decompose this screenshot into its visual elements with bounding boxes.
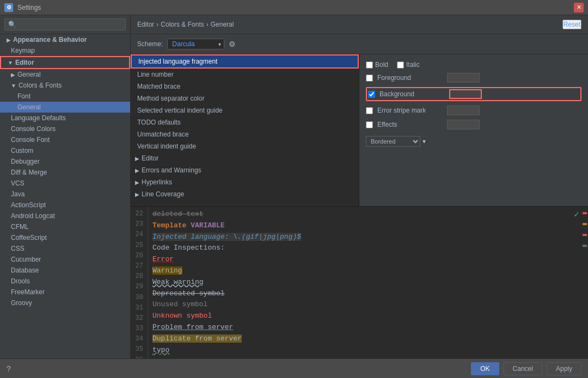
effects-type-select[interactable]: Bordered Underline Wave Strikeout — [366, 136, 420, 147]
line-num-35: 35 — [135, 344, 143, 355]
list-section-editor-section[interactable]: ▶Editor — [131, 152, 359, 164]
search-input[interactable] — [4, 18, 126, 30]
editor-scrollbar[interactable] — [581, 207, 588, 358]
sidebar-item-groovy[interactable]: Groovy — [0, 298, 130, 308]
sidebar-item-css[interactable]: CSS — [0, 243, 130, 254]
sidebar-label-language-defaults: Language Defaults — [11, 114, 66, 122]
scheme-gear-icon[interactable]: ⚙ — [229, 40, 236, 48]
sidebar-item-cfml[interactable]: CFML — [0, 221, 130, 232]
sidebar-item-java[interactable]: Java — [0, 189, 130, 200]
italic-checkbox[interactable] — [397, 61, 404, 69]
sidebar-item-vcs[interactable]: VCS — [0, 178, 130, 189]
sidebar-label-java: Java — [11, 190, 24, 198]
line-num-31: 31 — [135, 303, 143, 313]
line-num-23: 23 — [135, 219, 143, 230]
sidebar-item-freemarker[interactable]: FreeMarker — [0, 287, 130, 298]
line-num-22: 22 — [135, 209, 143, 219]
list-item-unmatched-brace[interactable]: Unmatched brace — [131, 128, 359, 140]
list-panel: Injected language fragmentLine numberMat… — [131, 54, 359, 206]
section-arrow-line-coverage-section: ▶ — [135, 191, 139, 197]
list-item-matched-brace[interactable]: Matched brace — [131, 80, 359, 92]
line-num-30: 30 — [135, 293, 143, 303]
sidebar-item-language-defaults[interactable]: Language Defaults — [0, 113, 130, 123]
close-button[interactable]: ✕ — [574, 3, 584, 13]
line-content-32: Unknown symbol — [152, 311, 577, 322]
sidebar-item-general[interactable]: ▶General — [0, 69, 130, 80]
sidebar-item-appearance[interactable]: ▶Appearance & Behavior — [0, 34, 130, 45]
scheme-label: Scheme: — [137, 40, 163, 48]
sidebar-item-general2[interactable]: General — [0, 102, 130, 113]
sidebar-label-console-colors: Console Colors — [11, 125, 56, 133]
sidebar-label-actionscript: ActionScript — [11, 201, 46, 209]
bold-checkbox[interactable] — [366, 61, 373, 69]
sidebar-label-vcs: VCS — [11, 179, 24, 187]
reset-button[interactable]: Reset — [562, 20, 581, 29]
list-section-hyperlinks-section[interactable]: ▶Hyperlinks — [131, 176, 359, 188]
sidebar-item-android-logcat[interactable]: Android Logcat — [0, 210, 130, 221]
sidebar-item-actionscript[interactable]: ActionScript — [0, 200, 130, 210]
line-content-34: Duplicate from server — [152, 333, 577, 345]
error-stripe-checkbox[interactable] — [366, 107, 373, 114]
sidebar-item-console-colors[interactable]: Console Colors — [0, 123, 130, 134]
line-num-36: 36 — [135, 355, 143, 358]
scroll-marker-warning — [583, 223, 587, 225]
deprecated-text: Deprecated symbol — [152, 289, 225, 298]
list-item-method-separator[interactable]: Method separator color — [131, 92, 359, 104]
sidebar-label-appearance: Appearance & Behavior — [13, 36, 87, 44]
list-item-vertical-indent[interactable]: Vertical indent guide — [131, 140, 359, 152]
sidebar-label-cfml: CFML — [11, 223, 29, 231]
list-item-injected[interactable]: Injected language fragment — [131, 54, 359, 69]
error-stripe-label: Error stripe mark — [377, 107, 443, 114]
breadcrumb-sep2: › — [206, 21, 209, 28]
sidebar-item-keymap[interactable]: Keymap — [0, 45, 130, 56]
line-content-28: Warning — [152, 265, 577, 277]
duplicate-text: Duplicate from server — [152, 334, 242, 343]
background-checkbox[interactable] — [368, 91, 375, 98]
sidebar-item-diff-merge[interactable]: Diff & Merge — [0, 167, 130, 178]
error-stripe-row: Error stripe mark — [366, 106, 581, 115]
sidebar-item-debugger[interactable]: Debugger — [0, 156, 130, 167]
arrow-icon-colors-fonts: ▼ — [11, 83, 16, 89]
sidebar-item-drools[interactable]: Drools — [0, 276, 130, 287]
weak-warning-text: Weak warning — [152, 278, 204, 286]
apply-button[interactable]: Apply — [547, 362, 581, 375]
sidebar-item-console-font[interactable]: Console Font — [0, 134, 130, 145]
foreground-color-box[interactable] — [447, 73, 480, 83]
middle-area: Injected language fragmentLine numberMat… — [131, 54, 588, 206]
line-content-31: Unused symbol — [152, 299, 577, 311]
effects-checkbox[interactable] — [366, 121, 373, 128]
content-area: Editor › Colors & Fonts › General Reset … — [131, 15, 588, 358]
sidebar-item-font[interactable]: Font — [0, 91, 130, 102]
template-var: VARIABLE — [191, 221, 224, 230]
checkmark-icon: ✓ — [574, 209, 579, 220]
sidebar-item-cucumber[interactable]: Cucumber — [0, 254, 130, 265]
ok-button[interactable]: OK — [471, 362, 499, 375]
scheme-select[interactable]: Darcula Default High contrast — [167, 39, 224, 49]
list-item-todo[interactable]: TODO defaults — [131, 116, 359, 128]
sidebar-label-console-font: Console Font — [11, 136, 50, 144]
arrow-icon-editor: ▼ — [8, 60, 13, 66]
line-num-34: 34 — [135, 334, 143, 344]
list-section-errors-section[interactable]: ▶Errors and Warnings — [131, 164, 359, 176]
sidebar-item-colors-fonts[interactable]: ▼Colors & Fonts — [0, 80, 130, 91]
sidebar-label-editor: Editor — [15, 59, 34, 66]
sidebar-item-database[interactable]: Database — [0, 265, 130, 276]
sidebar-label-groovy: Groovy — [11, 299, 32, 307]
cancel-button[interactable]: Cancel — [504, 362, 542, 375]
list-item-line-number[interactable]: Line number — [131, 69, 359, 80]
arrow-icon-general: ▶ — [11, 72, 15, 78]
list-section-line-coverage-section[interactable]: ▶Line Coverage — [131, 188, 359, 200]
foreground-checkbox[interactable] — [366, 75, 373, 82]
sidebar-item-coffeescript[interactable]: CoffeeScript — [0, 232, 130, 243]
background-color-box[interactable] — [449, 89, 482, 99]
foreground-label: Foreground — [377, 74, 443, 82]
sidebar-item-custom[interactable]: Custom — [0, 145, 130, 156]
sidebar-item-editor[interactable]: ▼Editor — [0, 56, 130, 69]
error-stripe-color-box[interactable] — [447, 106, 480, 115]
effects-color-box[interactable] — [447, 120, 480, 129]
list-item-selected-indent[interactable]: Selected vertical indent guide — [131, 104, 359, 116]
section-label-errors-section: Errors and Warnings — [142, 166, 201, 174]
help-icon[interactable]: ? — [7, 364, 11, 373]
sidebar-label-custom: Custom — [11, 147, 33, 154]
text-style-options: Bold Italic — [366, 61, 581, 69]
